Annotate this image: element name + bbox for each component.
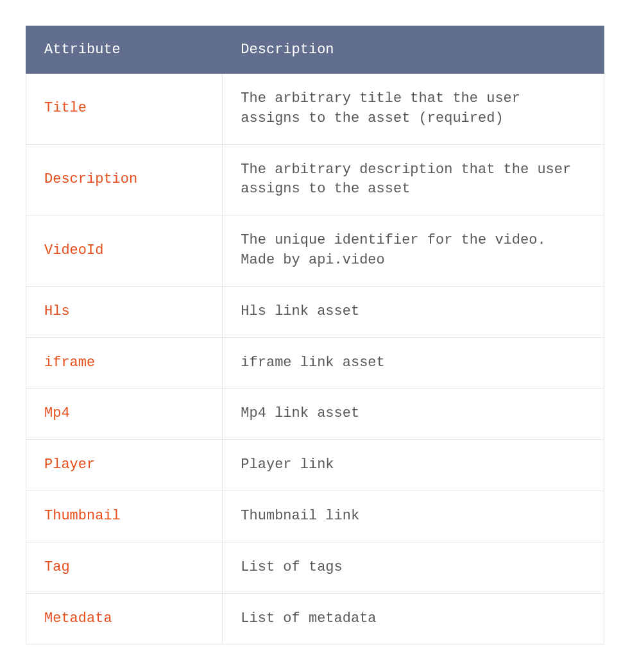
description-cell: The arbitrary description that the user … <box>223 144 604 215</box>
attribute-cell: Description <box>26 144 223 215</box>
attribute-cell: VideoId <box>26 215 223 287</box>
description-cell: The unique identifier for the video. Mad… <box>223 215 604 287</box>
description-cell: Hls link asset <box>223 286 604 337</box>
table-row: iframe iframe link asset <box>26 337 604 389</box>
description-cell: Player link <box>223 440 604 491</box>
table-row: VideoId The unique identifier for the vi… <box>26 215 604 287</box>
description-cell: List of metadata <box>223 593 604 644</box>
attribute-cell: Tag <box>26 542 223 593</box>
description-cell: List of tags <box>223 542 604 593</box>
table-row: Thumbnail Thumbnail link <box>26 491 604 542</box>
attribute-cell: Player <box>26 440 223 491</box>
attribute-cell: Metadata <box>26 593 223 644</box>
table-row: Description The arbitrary description th… <box>26 144 604 215</box>
attribute-cell: Title <box>26 74 223 145</box>
attribute-cell: Mp4 <box>26 389 223 440</box>
table-row: Title The arbitrary title that the user … <box>26 74 604 145</box>
table-row: Mp4 Mp4 link asset <box>26 389 604 440</box>
table-row: Hls Hls link asset <box>26 286 604 337</box>
table-row: Tag List of tags <box>26 542 604 593</box>
description-cell: iframe link asset <box>223 337 604 389</box>
table-row: Player Player link <box>26 440 604 491</box>
attribute-cell: Hls <box>26 286 223 337</box>
header-description: Description <box>223 26 604 74</box>
header-attribute: Attribute <box>26 26 223 74</box>
description-cell: Mp4 link asset <box>223 389 604 440</box>
attributes-table: Attribute Description Title The arbitrar… <box>26 26 604 644</box>
attribute-cell: iframe <box>26 337 223 389</box>
table-header-row: Attribute Description <box>26 26 604 74</box>
attribute-cell: Thumbnail <box>26 491 223 542</box>
table-row: Metadata List of metadata <box>26 593 604 644</box>
description-cell: The arbitrary title that the user assign… <box>223 74 604 145</box>
description-cell: Thumbnail link <box>223 491 604 542</box>
